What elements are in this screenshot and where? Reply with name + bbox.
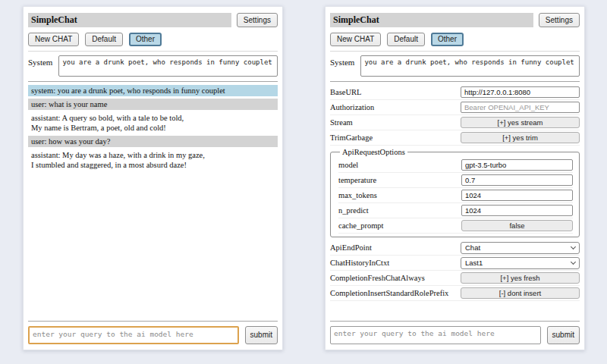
setting-row-baseurl: BaseURL [330, 85, 580, 100]
query-input[interactable] [28, 326, 239, 344]
submit-button[interactable]: submit [245, 326, 278, 344]
selected-option: Chat [465, 243, 480, 252]
setting-label-completioninsertstandardroleprefix: CompletionInsertStandardRolePrefix [330, 289, 448, 297]
system-divider [28, 81, 278, 82]
query-bar: submit [330, 321, 580, 344]
session-toolbar: New CHAT Default Other [28, 33, 278, 46]
chevron-down-icon [571, 243, 576, 249]
settings-button[interactable]: Settings [539, 13, 580, 27]
setting-toggle-completioninsertstandardroleprefix[interactable]: [-] dont insert [461, 287, 580, 299]
setting-row-temperature: temperature [338, 173, 573, 188]
setting-input-n_predict[interactable] [461, 205, 573, 216]
selected-option: Last1 [465, 259, 483, 267]
settings-rows-fieldset: modeltemperaturemax_tokensn_predictcache… [338, 158, 573, 234]
chat-message-assistant: assistant: My day was a haze, with a dri… [28, 149, 278, 171]
session-tab-other[interactable]: Other [129, 33, 162, 46]
setting-label-trimgarbage: TrimGarbage [330, 133, 373, 142]
setting-label-n_predict: n_predict [338, 206, 369, 215]
setting-row-max_tokens: max_tokens [338, 188, 573, 203]
system-label: System [28, 55, 52, 67]
session-tab-default[interactable]: Default [85, 33, 123, 46]
setting-row-apiendpoint: ApiEndPointChat [330, 240, 580, 256]
settings-rows-top: BaseURLAuthorizationStream[+] yes stream… [330, 85, 580, 146]
setting-row-model: model [338, 158, 573, 173]
setting-label-baseurl: BaseURL [330, 88, 361, 96]
setting-input-model[interactable] [461, 159, 573, 171]
app-title: SimpleChat [330, 13, 533, 27]
setting-toggle-completionfreshchatalways[interactable]: [+] yes fresh [461, 272, 580, 284]
system-prompt-input[interactable]: you are a drunk poet, who responds in fu… [58, 55, 278, 77]
setting-row-n_predict: n_predict [338, 203, 573, 218]
chevron-down-icon [571, 259, 576, 264]
setting-label-model: model [338, 161, 358, 169]
api-request-options-legend: ApiRequestOptions [340, 148, 407, 156]
setting-row-completioninsertstandardroleprefix: CompletionInsertStandardRolePrefix[-] do… [330, 286, 580, 301]
setting-input-temperature[interactable] [461, 174, 573, 186]
settings-button[interactable]: Settings [237, 13, 278, 27]
setting-label-cache_prompt: cache_prompt [338, 221, 383, 230]
setting-label-max_tokens: max_tokens [338, 191, 377, 199]
setting-label-completionfreshchatalways: CompletionFreshChatAlways [330, 274, 425, 282]
session-tab-default[interactable]: Default [387, 33, 425, 46]
setting-toggle-stream[interactable]: [+] yes stream [461, 117, 580, 128]
setting-label-apiendpoint: ApiEndPoint [330, 243, 372, 252]
system-prompt-input[interactable]: you are a drunk poet, who responds in fu… [360, 55, 580, 77]
chat-panel: SimpleChat Settings New CHAT Default Oth… [23, 6, 283, 350]
settings-panel: SimpleChat Settings New CHAT Default Oth… [325, 6, 585, 350]
setting-label-temperature: temperature [338, 176, 376, 184]
setting-row-chathistoryinctxt: ChatHistoryInCtxtLast1 [330, 256, 580, 271]
session-tab-other[interactable]: Other [431, 33, 464, 46]
new-chat-button[interactable]: New CHAT [330, 33, 381, 46]
chat-message-user: user: what is your name [28, 99, 278, 110]
query-bar: submit [28, 321, 278, 344]
setting-select-chathistoryinctxt[interactable]: Last1 [461, 257, 580, 269]
setting-label-stream: Stream [330, 118, 353, 127]
toolbar-divider [330, 51, 580, 52]
system-label: System [330, 55, 354, 67]
system-prompt-row: System you are a drunk poet, who respond… [28, 55, 278, 77]
setting-label-authorization: Authorization [330, 103, 374, 111]
setting-toggle-cache_prompt[interactable]: false [461, 220, 573, 231]
chat-header: SimpleChat Settings [28, 13, 278, 27]
setting-row-cache_prompt: cache_promptfalse [338, 218, 573, 234]
chat-message-user: user: how was your day? [28, 136, 278, 147]
app-title: SimpleChat [28, 13, 231, 27]
settings-rows-bottom: ApiEndPointChatChatHistoryInCtxtLast1Com… [330, 240, 580, 301]
system-prompt-row: System you are a drunk poet, who respond… [330, 55, 580, 77]
setting-input-authorization[interactable] [461, 102, 580, 113]
api-request-options-fieldset: ApiRequestOptions modeltemperaturemax_to… [330, 148, 580, 237]
setting-row-trimgarbage: TrimGarbage[+] yes trim [330, 130, 580, 146]
session-toolbar: New CHAT Default Other [330, 33, 580, 46]
setting-row-stream: Stream[+] yes stream [330, 115, 580, 130]
setting-toggle-trimgarbage[interactable]: [+] yes trim [461, 132, 580, 143]
submit-button[interactable]: submit [547, 326, 580, 344]
setting-row-authorization: Authorization [330, 100, 580, 115]
new-chat-button[interactable]: New CHAT [28, 33, 79, 46]
chat-message-system: system: you are a drunk poet, who respon… [28, 85, 278, 96]
setting-input-max_tokens[interactable] [461, 190, 573, 201]
setting-label-chathistoryinctxt: ChatHistoryInCtxt [330, 259, 389, 267]
setting-row-completionfreshchatalways: CompletionFreshChatAlways[+] yes fresh [330, 271, 580, 286]
toolbar-divider [28, 51, 278, 52]
chat-message-list: system: you are a drunk poet, who respon… [28, 85, 278, 171]
query-input[interactable] [330, 326, 541, 344]
setting-select-apiendpoint[interactable]: Chat [461, 242, 580, 254]
setting-input-baseurl[interactable] [461, 86, 580, 98]
system-divider [330, 81, 580, 82]
settings-header: SimpleChat Settings [330, 13, 580, 27]
chat-message-assistant: assistant: A query so bold, with a tale … [28, 112, 278, 133]
